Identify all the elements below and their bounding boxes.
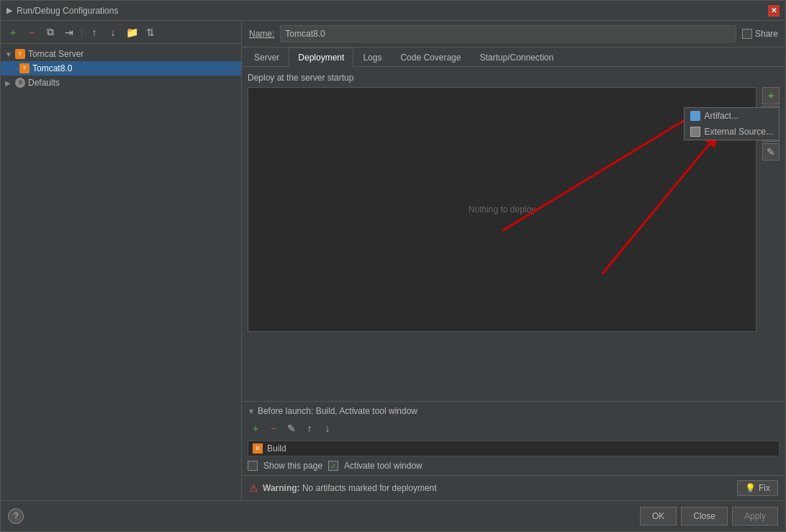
before-launch-remove-button[interactable]: − [266,420,281,436]
add-config-button[interactable]: + [5,24,21,40]
before-launch-add-button[interactable]: + [248,420,263,436]
deploy-section: Deploy at the server startup Nothing to … [242,67,785,401]
activate-window-checkbox[interactable] [328,461,338,471]
deploy-side-buttons: + Artifact... External Sour [762,87,780,161]
build-icon: B [253,443,263,454]
tab-deployment[interactable]: Deployment [289,48,353,67]
tree-item-tomcat-server[interactable]: ▼ T Tomcat Server [1,47,241,61]
main-content: + − ⧉ ⇥ ↑ ↓ 📁 ⇅ ▼ T Tomcat Server [1,21,785,500]
tree-arrow-tomcat: ▼ [5,50,12,58]
right-panel: Name: Share Server Deployment Logs [242,21,785,500]
help-button[interactable]: ? [8,508,24,524]
fix-icon: 💡 [745,483,756,493]
toolbar-separator [81,27,82,38]
tree-arrow-defaults: ▶ [5,79,12,87]
artifact-icon [690,111,700,121]
before-launch-build-item: B Build [248,441,780,456]
show-page-row: Show this page Activate tool window [248,461,780,471]
move-up-button[interactable]: ↑ [86,24,102,40]
left-panel: + − ⧉ ⇥ ↑ ↓ 📁 ⇅ ▼ T Tomcat Server [1,21,242,500]
build-label: Build [267,443,286,454]
deploy-controls: Nothing to deploy [248,87,780,332]
tab-server[interactable]: Server [245,48,289,67]
copy-config-button[interactable]: ⧉ [42,24,58,40]
tree-label-defaults: Defaults [28,78,60,88]
before-launch-collapse[interactable]: ▼ [248,407,255,415]
tomcat-server-icon: T [15,49,25,59]
close-window-button[interactable]: ✕ [768,5,780,17]
warning-text: Warning: No artifacts marked for deploym… [263,483,437,493]
deploy-list-area: Nothing to deploy [248,87,756,332]
window-title: Run/Debug Configurations [17,6,118,16]
tab-logs[interactable]: Logs [353,48,391,67]
tree-item-defaults[interactable]: ▶ ⚙ Defaults [1,76,241,90]
name-row: Name: Share [242,21,785,48]
apply-button[interactable]: Apply [732,507,778,526]
deploy-main: Nothing to deploy [248,87,756,332]
folder-button[interactable]: 📁 [124,24,140,40]
dropdown-artifact[interactable]: Artifact... [685,108,779,124]
warning-content: ⚠ Warning: No artifacts marked for deplo… [249,482,437,494]
tree-item-tomcat8[interactable]: T Tomcat8.0 [1,61,241,76]
external-label: External Source... [705,127,773,137]
tab-content-deployment: Deploy at the server startup Nothing to … [242,67,785,500]
warning-bar: ⚠ Warning: No artifacts marked for deplo… [242,475,785,500]
warning-detail: No artifacts marked for deployment [300,483,437,493]
left-toolbar: + − ⧉ ⇥ ↑ ↓ 📁 ⇅ [1,21,241,44]
before-launch-title: Before launch: Build, Activate tool wind… [258,406,417,416]
tree-label-tomcat8: Tomcat8.0 [32,63,72,73]
tree-label-tomcat-server: Tomcat Server [28,49,83,59]
add-deploy-button[interactable]: + [762,87,780,104]
bottom-bar: ? OK Close Apply [1,500,785,531]
defaults-icon: ⚙ [15,78,25,88]
title-bar-controls: ✕ [768,5,780,17]
share-label: Share [755,29,778,39]
before-launch-header: ▼ Before launch: Build, Activate tool wi… [248,406,780,416]
tab-code-coverage[interactable]: Code Coverage [391,48,470,67]
fix-label: Fix [759,483,770,493]
run-debug-configurations-window: ▶ Run/Debug Configurations ✕ + − ⧉ ⇥ ↑ ↓… [0,0,786,532]
before-launch-toolbar: + − ✎ ↑ ↓ [248,420,780,436]
config-tree: ▼ T Tomcat Server T Tomcat8.0 ▶ ⚙ Defaul… [1,44,241,500]
tomcat8-icon: T [19,63,30,73]
title-bar: ▶ Run/Debug Configurations ✕ [1,1,785,21]
move-into-button[interactable]: ⇥ [61,24,77,40]
name-label: Name: [249,29,274,39]
deploy-header: Deploy at the server startup [248,73,780,83]
svg-line-3 [602,131,720,274]
ok-button[interactable]: OK [640,507,677,526]
artifact-label: Artifact... [705,111,738,121]
deploy-dropdown: Artifact... External Source... [684,107,780,140]
deploy-edit-button[interactable]: ✎ [762,143,780,161]
name-input[interactable] [280,25,736,42]
nothing-to-deploy-label: Nothing to deploy [469,204,536,215]
tab-startup-connection[interactable]: Startup/Connection [470,48,563,67]
before-launch-move-down-button[interactable]: ↓ [320,420,335,436]
before-launch-move-up-button[interactable]: ↑ [302,420,317,436]
title-bar-left: ▶ Run/Debug Configurations [6,6,118,16]
close-button[interactable]: Close [681,507,728,526]
tabs-bar: Server Deployment Logs Code Coverage Sta… [242,48,785,67]
before-launch-section: ▼ Before launch: Build, Activate tool wi… [242,401,785,475]
remove-config-button[interactable]: − [24,24,40,40]
activate-window-label: Activate tool window [344,461,423,471]
sort-button[interactable]: ⇅ [143,24,158,40]
move-down-button[interactable]: ↓ [105,24,121,40]
show-page-label: Show this page [263,461,322,471]
show-page-checkbox[interactable] [248,461,258,471]
add-deploy-wrapper: + Artifact... External Sour [762,87,780,104]
dropdown-external[interactable]: External Source... [685,124,779,140]
share-checkbox[interactable] [742,29,752,39]
fix-button[interactable]: 💡 Fix [737,480,778,496]
share-row: Share [742,29,778,39]
external-icon [690,127,700,137]
warning-bold: Warning: [263,483,300,493]
warning-icon: ⚠ [249,482,258,494]
before-launch-edit-button[interactable]: ✎ [284,420,299,436]
